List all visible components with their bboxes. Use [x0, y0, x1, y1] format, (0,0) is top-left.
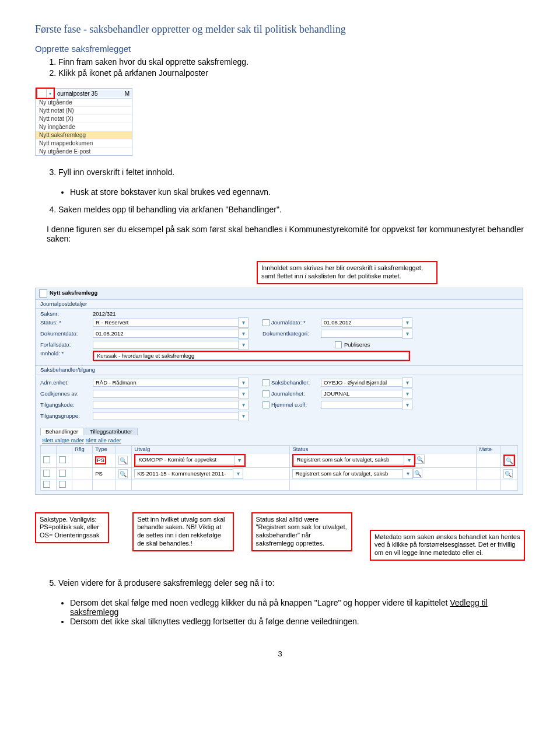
dropdown-icon[interactable]: ▾	[402, 469, 413, 479]
step-4: Saken meldes opp til behandling via arkf…	[58, 205, 525, 214]
menu-item[interactable]: Nytt mappedokumen	[36, 139, 132, 148]
dropdown-screenshot: ▾ ournalposter 35 M Ny utgående Nytt not…	[35, 88, 132, 156]
cell-status[interactable]: Registrert som sak for utvalget, saksb	[292, 469, 403, 478]
subsection-heading: Opprette saksfremlegget	[35, 44, 525, 54]
dropdown-icon[interactable]: ▾	[238, 317, 249, 328]
input-dokumentkategori[interactable]	[321, 330, 402, 338]
cell-utvalg[interactable]: KOMOPP - Komité for oppvekst	[135, 455, 235, 464]
menu-item[interactable]: Ny utgående	[36, 99, 132, 107]
menu-item[interactable]: Nytt notat (X)	[36, 115, 132, 123]
cell-status[interactable]: Registrert som sak for utvalget, saksb	[293, 455, 404, 464]
calendar-icon[interactable]: ▾	[238, 340, 249, 350]
dropdown-icon[interactable]: ▾	[404, 455, 414, 466]
callout-utvalg: Sett inn hvilket utvalg som skal behandl…	[132, 512, 233, 551]
callout-sakstype: Sakstype. Vanligvis: PS=politisk sak, el…	[35, 512, 109, 543]
menu-item[interactable]: Ny inngående	[36, 123, 132, 131]
label-saksnr: Saksnr:	[40, 311, 93, 317]
square-icon	[262, 390, 270, 397]
step-5-sub: Dersom det skal følge med noen vedlegg k…	[35, 598, 525, 626]
input-forfallsdato[interactable]	[93, 341, 239, 349]
checkbox[interactable]	[43, 456, 50, 463]
cell-utvalg[interactable]: KS 2011-15 - Kommunestyret 2011-	[134, 469, 233, 478]
search-icon[interactable]: 🔍	[118, 456, 128, 465]
col-utvalg: Utvalg	[132, 445, 290, 453]
grid-behandlinger: Rflg Type Utvalg Status Møte PS 🔍 KOMOPP…	[40, 445, 518, 491]
label-forfallsdato: Forfallsdato:	[40, 342, 93, 348]
input-journaldato[interactable]: 01.08.2012	[321, 319, 402, 327]
cell-type[interactable]: PS	[95, 470, 103, 477]
label-admenhet: Adm.enhet:	[40, 380, 93, 386]
search-icon[interactable]: 🔍	[503, 469, 513, 478]
dropdown-icon[interactable]: ▾	[402, 400, 412, 410]
section-heading: Første fase - saksbehandler oppretter og…	[35, 23, 525, 36]
label-innhold: Innhold: *	[40, 351, 93, 356]
label-journaldato: Journaldato: *	[271, 320, 306, 326]
input-tilgangsgruppe[interactable]	[93, 412, 239, 420]
step-3-bullet: Husk at store bokstaver kun skal brukes …	[70, 187, 525, 197]
step-5: Veien videre for å produsere saksfremleg…	[58, 578, 525, 588]
search-icon[interactable]: 🔍	[415, 455, 425, 464]
dropdown-icon[interactable]: ▾	[402, 378, 412, 388]
tab-behandlinger[interactable]: Behandlinger	[40, 428, 83, 435]
label-godkjennes: Godkjennes av:	[40, 391, 93, 397]
step-2: Klikk på ikonet på arkfanen Journalposte…	[58, 68, 525, 78]
search-icon[interactable]: 🔍	[505, 456, 514, 465]
tab-bar: Behandlinger Tilleggsattributter	[36, 425, 523, 435]
cell-type[interactable]: PS	[95, 456, 106, 464]
callout-innhold: Innholdet som skrives her blir overskrif…	[257, 261, 438, 284]
steps-list-1: Finn fram saken hvor du skal opprette sa…	[35, 57, 525, 78]
dropdown-icon[interactable]: ▾	[234, 455, 244, 466]
step-3: Fyll inn overskrift i feltet innhold.	[58, 167, 525, 177]
step-3-sub: Husk at store bokstaver kun skal brukes …	[35, 187, 525, 197]
menu-item[interactable]: Nytt notat (N)	[36, 107, 132, 115]
input-journalenhet[interactable]: JOURNAL	[321, 390, 402, 398]
col-status: Status	[290, 445, 477, 453]
checkbox[interactable]	[59, 470, 66, 477]
checkbox[interactable]	[43, 481, 50, 488]
calendar-icon[interactable]: ▾	[402, 317, 412, 328]
page-number: 3	[35, 649, 525, 658]
callouts-row: Sakstype. Vanligvis: PS=politisk sak, el…	[35, 512, 525, 561]
document-icon	[39, 289, 47, 298]
checkbox[interactable]	[59, 481, 66, 488]
calendar-icon[interactable]: ▾	[238, 328, 249, 339]
input-admenhet[interactable]: RÅD - Rådmann	[93, 379, 239, 387]
steps-list-2: Fyll inn overskrift i feltet innhold.	[35, 167, 525, 177]
input-innhold[interactable]: Kurssak - hvordan lage et saksfremlegg	[94, 352, 409, 360]
label-publiseres: Publiseres	[344, 342, 370, 348]
link-slett-valgte[interactable]: Slett valgte rader	[42, 437, 84, 443]
input-godkjennes[interactable]	[93, 390, 239, 398]
callout-motedato: Møtedato som saken ønskes behandlet kan …	[370, 530, 525, 561]
dropdown-icon[interactable]: ▾	[402, 328, 412, 339]
dropdown-icon[interactable]: ▾	[238, 389, 249, 399]
link-slett-alle[interactable]: Slett alle rader	[85, 437, 121, 443]
search-icon[interactable]: 🔍	[118, 469, 128, 478]
input-saksbehandler[interactable]: OYEJO - Øyvind Bjørndal	[321, 379, 402, 387]
label-status: Status: *	[40, 320, 93, 326]
tab-tilleggsattributter[interactable]: Tilleggsattributter	[85, 428, 138, 435]
search-icon[interactable]: 🔍	[413, 469, 422, 478]
tab-more-label: M	[125, 90, 130, 97]
label-journalenhet: Journalenhet:	[271, 391, 305, 397]
checkbox-publiseres[interactable]	[335, 341, 342, 348]
input-status[interactable]: R - Reservert	[93, 319, 239, 327]
table-row	[41, 480, 518, 490]
dropdown-icon[interactable]: ▾	[402, 389, 412, 399]
value-saksnr: 2012/321	[93, 311, 116, 317]
dropdown-icon[interactable]: ▾	[233, 469, 243, 479]
menu-item-nytt-saksfremlegg[interactable]: Nytt saksfremlegg	[36, 131, 132, 139]
checkbox[interactable]	[59, 456, 66, 463]
input-dokumentdato[interactable]: 01.08.2012	[93, 330, 239, 338]
dropdown-icon[interactable]: ▾	[238, 400, 249, 410]
form-screenshot: Nytt saksfremlegg Journalpostdetaljer Sa…	[35, 288, 523, 495]
input-hjemmel[interactable]	[321, 401, 402, 409]
table-row: PS 🔍 KOMOPP - Komité for oppvekst▾ Regis…	[41, 453, 518, 468]
dropdown-list: Ny utgående Nytt notat (N) Nytt notat (X…	[36, 99, 132, 155]
form-title: Nytt saksfremlegg	[50, 290, 97, 296]
dropdown-icon[interactable]: ▾	[238, 411, 249, 421]
checkbox[interactable]	[43, 470, 50, 477]
dropdown-icon[interactable]: ▾	[238, 378, 249, 388]
input-tilgangskode[interactable]	[93, 401, 239, 409]
col-type: Type	[93, 445, 116, 453]
menu-item[interactable]: Ny utgående E-post	[36, 148, 132, 155]
